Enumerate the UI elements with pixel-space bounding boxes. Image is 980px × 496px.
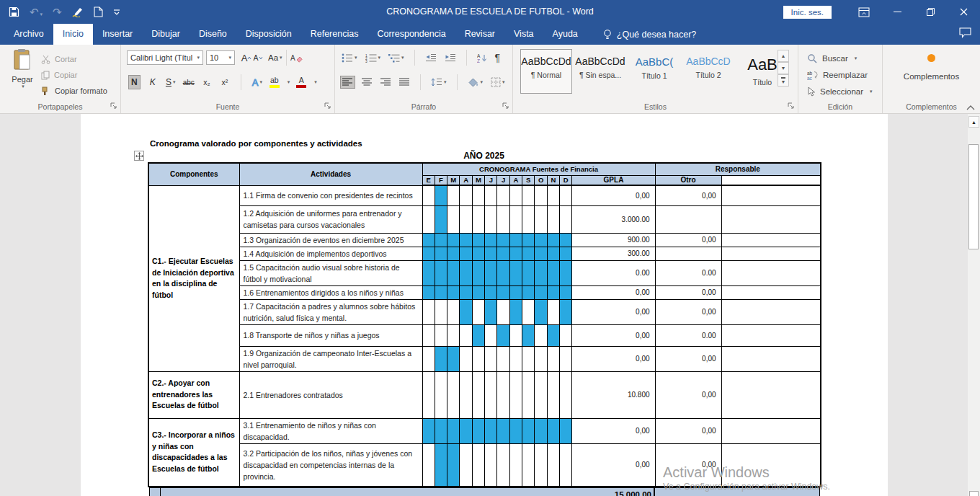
gantt-month-cell[interactable]	[509, 299, 522, 324]
gantt-month-cell[interactable]	[560, 371, 572, 418]
otro-value-cell[interactable]: 0,00	[655, 233, 721, 247]
activity-cell[interactable]: 1.4 Adquisición de implementos deportivo…	[239, 247, 422, 260]
gantt-month-cell[interactable]	[497, 185, 509, 205]
otro-value-cell[interactable]	[655, 247, 721, 260]
font-family-combo[interactable]: Calibri Light (Títul▾	[127, 50, 203, 65]
gantt-month-cell[interactable]	[547, 260, 559, 285]
gantt-month-cell[interactable]	[535, 418, 547, 443]
gantt-month-cell[interactable]	[485, 233, 497, 247]
gantt-month-cell[interactable]	[472, 371, 484, 418]
month-header-4[interactable]: A	[460, 175, 472, 185]
month-header-1[interactable]: E	[422, 175, 435, 185]
header-otro[interactable]: Otro	[655, 175, 721, 185]
gantt-month-cell[interactable]	[485, 324, 497, 346]
gantt-month-cell[interactable]	[472, 185, 484, 205]
multilevel-list-icon[interactable]: ▾	[387, 52, 406, 64]
activity-cell[interactable]: 1.7 Capacitación a padres y alumnos sobr…	[239, 299, 422, 324]
strikethrough-button[interactable]: abc	[183, 75, 195, 89]
align-left-button[interactable]	[340, 76, 355, 89]
gantt-month-cell[interactable]	[560, 260, 572, 285]
responsable-subheader-blank[interactable]	[721, 175, 821, 185]
copy-button[interactable]: Copiar	[41, 67, 107, 83]
gantt-month-cell[interactable]	[447, 324, 460, 346]
responsable-cell[interactable]	[721, 247, 821, 260]
responsable-cell[interactable]	[721, 285, 821, 299]
gantt-month-cell[interactable]	[460, 185, 472, 205]
header-gpla[interactable]: GPLA	[572, 175, 655, 185]
gantt-month-cell[interactable]	[460, 371, 472, 418]
gantt-month-cell[interactable]	[522, 247, 535, 260]
responsable-cell[interactable]	[721, 299, 821, 324]
gantt-month-cell[interactable]	[522, 185, 535, 205]
gantt-month-cell[interactable]	[460, 418, 472, 443]
header-componentes[interactable]: Componentes	[148, 163, 239, 185]
new-document-icon[interactable]	[94, 6, 103, 17]
find-button[interactable]: Buscar▾	[807, 50, 873, 66]
gantt-month-cell[interactable]	[485, 299, 497, 324]
gantt-month-cell[interactable]	[535, 247, 547, 260]
font-dialog-launcher-icon[interactable]	[324, 102, 331, 110]
gantt-month-cell[interactable]	[509, 247, 522, 260]
gantt-month-cell[interactable]	[497, 324, 509, 346]
text-effects-button[interactable]: A▾	[251, 75, 263, 89]
scrollbar-thumb[interactable]	[968, 144, 979, 249]
gantt-month-cell[interactable]	[560, 285, 572, 299]
tab-ayuda[interactable]: Ayuda	[543, 24, 587, 45]
numbering-icon[interactable]: 123▾	[364, 52, 383, 64]
gantt-month-cell[interactable]	[435, 247, 447, 260]
gantt-month-cell[interactable]	[509, 418, 522, 443]
gantt-month-cell[interactable]	[485, 205, 497, 233]
gantt-month-cell[interactable]	[472, 285, 484, 299]
gantt-month-cell[interactable]	[547, 371, 559, 418]
scroll-up-icon[interactable]: ▲	[968, 116, 979, 128]
table-year-title[interactable]: AÑO 2025	[148, 151, 820, 161]
gantt-month-cell[interactable]	[422, 260, 435, 285]
justify-button[interactable]	[398, 76, 411, 88]
gantt-month-cell[interactable]	[435, 443, 447, 487]
align-center-button[interactable]	[360, 76, 374, 88]
gpla-value-cell[interactable]: 0.00	[572, 260, 655, 285]
ink-pen-icon[interactable]	[72, 6, 84, 17]
gantt-month-cell[interactable]	[497, 443, 509, 487]
gantt-month-cell[interactable]	[509, 285, 522, 299]
gantt-month-cell[interactable]	[509, 185, 522, 205]
gantt-month-cell[interactable]	[497, 205, 509, 233]
gantt-month-cell[interactable]	[535, 285, 547, 299]
otro-value-cell[interactable]: 0.00	[655, 324, 721, 346]
gantt-month-cell[interactable]	[522, 443, 535, 487]
gantt-month-cell[interactable]	[535, 443, 547, 487]
gantt-month-cell[interactable]	[522, 299, 535, 324]
gantt-month-cell[interactable]	[472, 443, 484, 487]
gantt-month-cell[interactable]	[560, 299, 572, 324]
gantt-month-cell[interactable]	[560, 346, 572, 371]
gantt-month-cell[interactable]	[547, 205, 559, 233]
tab-revisar[interactable]: Revisar	[455, 24, 504, 45]
gantt-month-cell[interactable]	[509, 233, 522, 247]
gantt-month-cell[interactable]	[447, 260, 460, 285]
gpla-value-cell[interactable]: 900.00	[572, 233, 655, 247]
tab-inicio[interactable]: Inicio	[53, 24, 93, 45]
gantt-month-cell[interactable]	[422, 247, 435, 260]
responsable-cell[interactable]	[721, 233, 821, 247]
gantt-month-cell[interactable]	[535, 371, 547, 418]
component-cell-c2[interactable]: C2.- Apoyar con entrenadores las Escuela…	[148, 371, 239, 418]
gantt-month-cell[interactable]	[435, 418, 447, 443]
gantt-month-cell[interactable]	[547, 285, 559, 299]
gantt-month-cell[interactable]	[522, 205, 535, 233]
gantt-month-cell[interactable]	[547, 346, 559, 371]
gantt-month-cell[interactable]	[485, 371, 497, 418]
grow-font-button[interactable]: A	[241, 50, 252, 65]
activity-cell[interactable]: 1.6 Entrenamientos dirigidos a los niños…	[239, 285, 422, 299]
gantt-month-cell[interactable]	[485, 185, 497, 205]
customize-qat-icon[interactable]	[113, 9, 120, 16]
gantt-month-cell[interactable]	[447, 233, 460, 247]
gantt-month-cell[interactable]	[535, 185, 547, 205]
month-header-5[interactable]: M	[472, 175, 484, 185]
month-header-7[interactable]: J	[497, 175, 509, 185]
gantt-month-cell[interactable]	[547, 185, 559, 205]
bold-button[interactable]: N	[128, 75, 141, 89]
activity-cell[interactable]: 3.1 Entrenamiento de niños y niñas con d…	[239, 418, 422, 443]
responsable-cell[interactable]	[721, 418, 821, 443]
format-painter-button[interactable]: Copiar formato	[41, 83, 107, 99]
font-color-button[interactable]: A	[296, 76, 306, 88]
